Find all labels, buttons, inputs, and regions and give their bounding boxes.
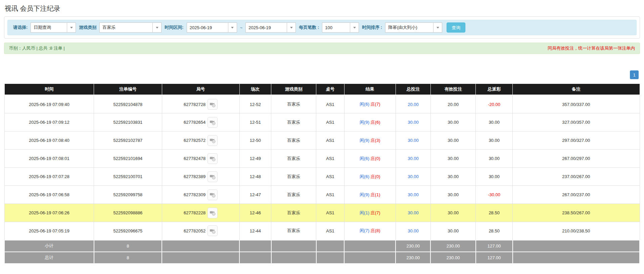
- cell-valid-bet: 30.00: [430, 186, 475, 204]
- result-player: 闲(7): [360, 228, 369, 233]
- time-range-label: 时间区间:: [165, 24, 183, 31]
- cell-round: 627782309: [162, 186, 239, 204]
- date-to-value: 2025-06-19: [246, 23, 287, 32]
- video-replay-button[interactable]: [208, 171, 218, 182]
- query-type-select[interactable]: 日期查询: [31, 22, 76, 33]
- video-replay-button[interactable]: [208, 117, 218, 128]
- cell-session: 12-51: [239, 113, 271, 131]
- total-bet-link[interactable]: 30.00: [408, 174, 419, 179]
- round-id: 627782309: [184, 192, 205, 197]
- cell-remark: 267.00/237.00: [513, 186, 640, 204]
- cell-bet-id: 522592100701: [94, 168, 162, 186]
- cell-session: 12-48: [239, 168, 271, 186]
- page-size-value: 100: [322, 23, 350, 32]
- cell-remark: 327.00/357.00: [513, 113, 640, 131]
- result-banker: 庄(7): [371, 102, 380, 107]
- video-replay-button[interactable]: [208, 225, 218, 236]
- cell-round: 627782728: [162, 95, 239, 113]
- total-bet-link[interactable]: 30.00: [408, 138, 419, 143]
- result-banker: 庄(6): [371, 120, 380, 125]
- totals-payout: 127.00: [476, 240, 513, 252]
- total-bet-link[interactable]: 30.00: [408, 120, 419, 125]
- cell-game-type: 百家乐: [271, 150, 316, 168]
- game-type-select[interactable]: 百家乐: [99, 22, 162, 33]
- page-title: 视讯 会员下注纪录: [5, 4, 644, 13]
- total-bet-link[interactable]: 30.00: [408, 192, 419, 197]
- cell-valid-bet: 30.00: [430, 131, 475, 150]
- sort-select[interactable]: 降幂(由大到小): [385, 22, 442, 33]
- total-bet-link[interactable]: 30.00: [408, 210, 419, 215]
- table-body: 2025-06-19 07:09:40522592104878627782728…: [4, 95, 640, 264]
- currency-summary-text: 币别：人民币 | 总共 :8 注单 |: [9, 45, 65, 51]
- table-row: 2025-06-19 07:09:40522592104878627782728…: [4, 95, 640, 113]
- totals-label: 总计: [4, 252, 94, 264]
- filter-bar: 请选择: 日期查询 游戏类别 百家乐 时间区间: 2025-06-19 ~ 20…: [7, 20, 637, 35]
- table-row: 2025-06-19 07:06:26522592098886627782228…: [4, 204, 640, 222]
- cell-bet-id: 522592104878: [94, 95, 162, 113]
- col-valid-bet: 有效投注: [430, 84, 475, 95]
- cell-valid-bet: 30.00: [430, 113, 475, 131]
- round-id: 627782478: [184, 156, 205, 161]
- col-bet-id: 注单编号: [94, 84, 162, 95]
- cell-bet-id: 522592099758: [94, 186, 162, 204]
- video-icon: [210, 173, 216, 180]
- page-size-select[interactable]: 100: [322, 22, 359, 33]
- col-total-bet: 总投注: [396, 84, 430, 95]
- cell-round: 627782389: [162, 168, 239, 186]
- cell-payout: -20.00: [476, 95, 513, 113]
- result-player: 闲(6): [360, 156, 369, 161]
- video-replay-button[interactable]: [208, 208, 218, 218]
- table-row: 2025-06-19 07:06:58522592099758627782309…: [4, 186, 640, 204]
- result-banker: 庄(7): [371, 210, 380, 215]
- cell-valid-bet: 30.00: [430, 168, 475, 186]
- result-player: 闲(9): [360, 120, 369, 125]
- totals-valid-bet: 230.00: [430, 240, 475, 252]
- result-player: 闲(1): [360, 210, 369, 215]
- round-id: 627782728: [184, 102, 205, 107]
- cell-game-type: 百家乐: [271, 113, 316, 131]
- cell-total-bet: 20.00: [396, 95, 430, 113]
- video-icon: [210, 101, 216, 108]
- chevron-down-icon[interactable]: [67, 23, 76, 32]
- result-player: 闲(9): [360, 192, 369, 197]
- date-from-value: 2025-06-19: [187, 23, 228, 32]
- cell-session: 12-46: [239, 204, 271, 222]
- sort-value: 降幂(由大到小): [385, 23, 433, 32]
- table-row: 2025-06-19 07:08:40522592102787627782572…: [4, 131, 640, 150]
- total-bet-link[interactable]: 20.00: [408, 102, 419, 107]
- cell-table-no: AS1: [316, 222, 344, 240]
- video-replay-button[interactable]: [208, 189, 218, 200]
- chevron-down-icon[interactable]: [228, 23, 237, 32]
- cell-bet-id: 522592103831: [94, 113, 162, 131]
- video-replay-button[interactable]: [208, 99, 218, 110]
- chevron-down-icon[interactable]: [433, 23, 442, 32]
- total-bet-link[interactable]: 30.00: [408, 156, 419, 161]
- video-replay-button[interactable]: [208, 153, 218, 164]
- cell-total-bet: 30.00: [396, 113, 430, 131]
- cell-valid-bet: 20.00: [430, 95, 475, 113]
- cell-valid-bet: 30.00: [430, 150, 475, 168]
- cell-bet-id: 522592096675: [94, 222, 162, 240]
- grand-total-row: 总计8230.00230.00127.00: [4, 252, 640, 264]
- cell-payout: 30.00: [476, 168, 513, 186]
- totals-payout: 127.00: [476, 252, 513, 264]
- cell-payout: 28.50: [476, 222, 513, 240]
- date-to-input[interactable]: 2025-06-19: [245, 22, 296, 33]
- cell-game-type: 百家乐: [271, 204, 316, 222]
- chevron-down-icon[interactable]: [287, 23, 295, 32]
- result-player: 闲(6): [360, 102, 369, 107]
- chevron-down-icon[interactable]: [350, 23, 359, 32]
- cell-round: 627782654: [162, 113, 239, 131]
- notice-text: 同局有效投注，统一计算在该局第一张注单内: [548, 45, 635, 51]
- cell-round: 627782228: [162, 204, 239, 222]
- query-button[interactable]: 查询: [447, 22, 465, 33]
- video-replay-button[interactable]: [208, 135, 218, 146]
- page-button-1[interactable]: 1: [630, 70, 639, 79]
- totals-count: 8: [94, 240, 162, 252]
- game-type-label: 游戏类别: [79, 24, 96, 31]
- chevron-down-icon[interactable]: [152, 23, 161, 32]
- cell-round: 627782478: [162, 150, 239, 168]
- cell-time: 2025-06-19 07:05:19: [4, 222, 94, 240]
- total-bet-link[interactable]: 30.00: [408, 228, 419, 233]
- date-from-input[interactable]: 2025-06-19: [187, 22, 237, 33]
